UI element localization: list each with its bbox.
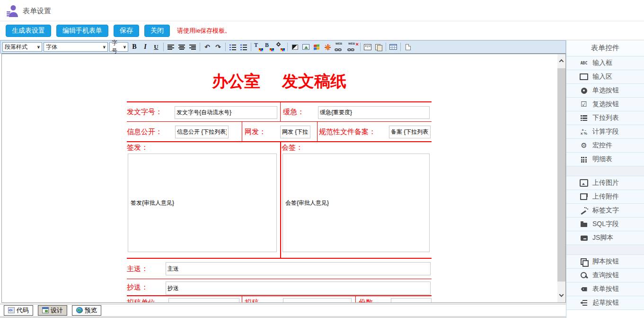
insert-image-button[interactable]: [301, 42, 310, 52]
web-publish-input[interactable]: [280, 126, 310, 138]
control-macro-control[interactable]: ⚙ 宏控件: [566, 139, 644, 153]
tab-code[interactable]: <> 代码: [4, 305, 33, 316]
fill-color-button[interactable]: [275, 42, 285, 52]
chevron-down-icon: ∨: [103, 45, 106, 49]
folder-icon: [580, 220, 588, 228]
wand-icon: [580, 207, 588, 214]
field-label: 抄送：: [127, 283, 148, 292]
form-design-canvas[interactable]: 办公室 发文稿纸 发文字号： 缓急： 信息公开：: [1, 54, 566, 303]
panel-group-divider: [566, 245, 644, 255]
field-label: 主送：: [127, 264, 148, 273]
font-size-select[interactable]: 字号 ∨: [109, 42, 128, 52]
insert-flash-button[interactable]: [323, 42, 332, 52]
control-checkbox-button[interactable]: ☑ 复选按钮: [566, 98, 644, 111]
control-upload-attachment[interactable]: 上传附件: [566, 190, 644, 204]
control-upload-image[interactable]: 上传图片: [566, 176, 644, 190]
countersign-area[interactable]: 会签{审批人意见}: [282, 154, 430, 252]
toolbar-separator: [386, 43, 386, 51]
text-color-button[interactable]: T: [254, 42, 263, 52]
table-row: 主送：: [127, 259, 432, 279]
new-document-button[interactable]: [403, 42, 413, 52]
scrollbar-thumb[interactable]: [557, 68, 565, 282]
info-public-input[interactable]: [175, 126, 229, 138]
panel-title: 表单控件: [566, 40, 644, 56]
undo-button[interactable]: ↶: [203, 42, 212, 52]
media-windows-icon: [314, 44, 319, 50]
background-color-button[interactable]: B: [265, 42, 274, 52]
copies-input[interactable]: [391, 298, 432, 303]
close-button[interactable]: 关闭: [144, 25, 170, 37]
underline-button[interactable]: U: [151, 42, 161, 52]
horizontal-rule-button[interactable]: [290, 42, 300, 52]
form-user-icon: [7, 5, 18, 17]
generate-table-settings-button[interactable]: 生成表设置: [6, 25, 51, 37]
align-right-button[interactable]: [188, 42, 197, 52]
ordered-list-button[interactable]: [228, 42, 238, 52]
control-query-button[interactable]: 查询按钮: [566, 269, 644, 282]
control-script-button[interactable]: 脚本按钮: [566, 255, 644, 269]
control-detail-table[interactable]: 明细表: [566, 153, 644, 166]
custom-tag-button[interactable]: xyz: [363, 42, 372, 52]
paragraph-style-select[interactable]: 段落样式 ∨: [2, 42, 42, 52]
control-input-box[interactable]: ABC 输入框: [566, 56, 644, 70]
code-icon: <>: [8, 307, 15, 313]
export-icon: [580, 193, 588, 200]
resource-library-button[interactable]: [374, 42, 383, 52]
copy-icon: [580, 258, 588, 265]
insert-media-button[interactable]: [312, 42, 321, 52]
grid-icon: [580, 155, 588, 163]
control-draft-button[interactable]: 起草按钮: [566, 296, 644, 310]
cell-divider: [280, 102, 281, 121]
align-left-icon: [168, 45, 174, 50]
table-row: 拟稿单位 拟稿 份数: [127, 296, 432, 303]
toolbar-separator: [163, 43, 164, 51]
scroll-down-button[interactable]: [557, 289, 565, 302]
ie-save-notice: 请使用ie保存模板。: [177, 27, 231, 35]
control-radio-button[interactable]: 单选按钮: [566, 84, 644, 98]
bold-icon: B: [132, 43, 136, 51]
field-label: 规范性文件备案：: [319, 127, 376, 136]
image-icon: [580, 179, 588, 187]
bold-button[interactable]: B: [130, 42, 139, 52]
draft-unit-input[interactable]: [168, 298, 239, 303]
background-color-icon: B: [265, 42, 269, 49]
ordered-list-icon: [229, 44, 237, 50]
control-form-button[interactable]: 表单按钮: [566, 282, 644, 296]
urgency-input[interactable]: [318, 106, 430, 119]
italic-button[interactable]: I: [141, 42, 150, 52]
cell-divider: [280, 142, 281, 258]
fill-color-icon: [276, 42, 281, 47]
tab-preview[interactable]: 预览: [72, 305, 101, 316]
control-js-script[interactable]: JS脚本: [566, 231, 644, 245]
vertical-scrollbar[interactable]: [557, 54, 565, 302]
control-input-area[interactable]: 输入区: [566, 70, 644, 84]
new-document-icon: [406, 44, 411, 50]
align-center-button[interactable]: [177, 42, 186, 52]
insert-image-icon: [302, 44, 309, 50]
table-row: 信息公开： 网发： 规范性文件备案：: [127, 122, 432, 142]
control-calc-field[interactable]: + - x % 计算字段: [566, 125, 644, 139]
insert-link-button[interactable]: WEB: [334, 42, 345, 52]
scroll-up-button[interactable]: [557, 54, 565, 67]
doc-number-input[interactable]: [175, 106, 277, 119]
remove-link-button[interactable]: WEB ×: [346, 42, 358, 52]
font-family-select[interactable]: 字体 ∨: [44, 42, 108, 52]
tab-design[interactable]: 设计: [38, 305, 67, 316]
unordered-list-button[interactable]: [239, 42, 248, 52]
draft-input[interactable]: [283, 298, 352, 303]
insert-table-button[interactable]: [388, 42, 398, 52]
copy-send-input[interactable]: [166, 282, 431, 295]
control-label-text[interactable]: 标签文字: [566, 204, 644, 218]
record-filing-input[interactable]: [389, 126, 431, 138]
sign-issue-area[interactable]: 签发{审批人意见}: [128, 154, 277, 252]
main-send-input[interactable]: [166, 262, 431, 275]
table-icon: [389, 44, 397, 50]
control-dropdown-list[interactable]: 下拉列表: [566, 111, 644, 125]
control-sql-field[interactable]: SQL字段: [566, 218, 644, 231]
cell-divider: [242, 296, 242, 303]
field-label: 网发：: [245, 127, 266, 136]
align-left-button[interactable]: [166, 42, 176, 52]
redo-button[interactable]: ↷: [213, 42, 223, 52]
save-button[interactable]: 保存: [114, 25, 139, 37]
edit-mobile-form-button[interactable]: 编辑手机表单: [56, 25, 108, 37]
